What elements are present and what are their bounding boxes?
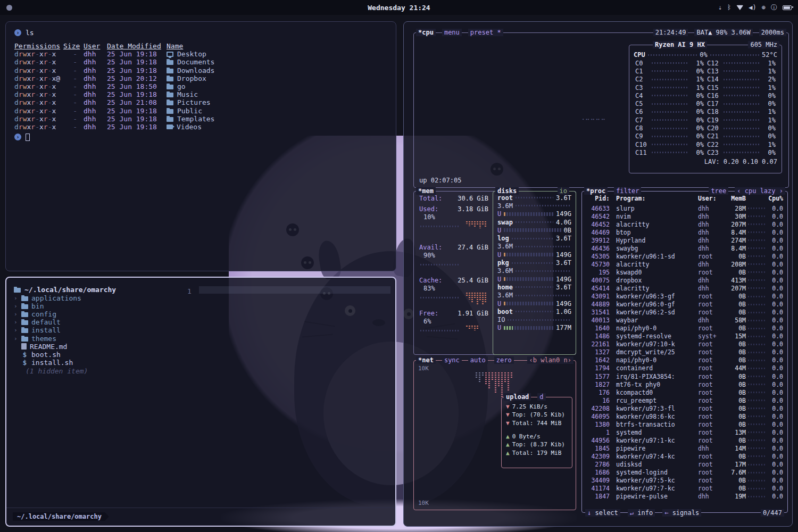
process-row[interactable]: 46542nvimdhh30M0.0 <box>586 212 783 220</box>
process-row[interactable]: 45414alacrittydhh207M0.0 <box>586 284 783 292</box>
info-icon[interactable]: ⓘ <box>771 3 777 12</box>
info-hint[interactable]: ↵ info <box>628 509 655 517</box>
process-row[interactable]: 1577irq/81-PIXA3854:root0B0.0 <box>586 372 783 380</box>
btop-window[interactable]: *cpu menu preset * 21:24:49 BAT▲ 98% 3.0… <box>403 21 793 527</box>
column-cpu[interactable]: Cpu% <box>767 195 783 202</box>
process-row[interactable]: 1827mt76-tx phy0root0B0.0 <box>586 380 783 388</box>
process-row[interactable]: 1847pipewire-pulsedhh19M0.0 <box>586 493 783 501</box>
process-box-title[interactable]: *proc <box>584 187 608 195</box>
process-row[interactable]: 46436swaybgdhh8.4M0.0 <box>586 244 783 252</box>
preset-button[interactable]: preset * <box>468 29 503 36</box>
volume-icon[interactable]: ◀) <box>749 4 756 11</box>
ls-row: drwxr-xr-x-dhh25 Jun 19:18Downloads <box>14 66 388 74</box>
tree-item[interactable]: ›install <box>14 326 116 334</box>
process-row[interactable]: 1642napi/phy0-0root0B0.0 <box>586 356 783 364</box>
process-row[interactable]: 1systemdroot13M0.0 <box>586 428 783 436</box>
process-row[interactable]: 1380btrfs-transactioroot0B0.0 <box>586 420 783 428</box>
menu-button[interactable]: menu <box>442 29 462 36</box>
script-icon: $ <box>21 359 28 367</box>
process-row[interactable]: 46095kworker/u98:6-kcroot0B0.0 <box>586 412 783 420</box>
signals-hint[interactable]: ← signals <box>662 509 701 517</box>
process-row[interactable]: 46469btopdhh8.4M0.0 <box>586 228 783 236</box>
process-row[interactable]: 45305kworker/u96:1-sdroot0B0.0 <box>586 252 783 260</box>
column-mem[interactable]: MemB <box>725 195 746 202</box>
process-row[interactable]: 34409kworker/u97:5-kcroot0B0.0 <box>586 477 783 485</box>
cpu-box-title[interactable]: *cpu <box>416 29 436 36</box>
file-manager-window[interactable]: ~/.local/share/omarchy ›applications›bin… <box>5 277 396 527</box>
hidden-items-note: (1 hidden item) <box>14 367 116 375</box>
process-row[interactable]: 195kswapd0root0B0.0 <box>586 268 783 276</box>
process-row[interactable]: 46633slurpdhh28M0.0 <box>586 204 783 212</box>
tree-item[interactable]: ›config <box>14 310 116 318</box>
chevron-right-icon[interactable]: › <box>776 187 783 195</box>
network-icon[interactable]: ⊕ <box>762 4 766 11</box>
filter-button[interactable]: filter <box>614 187 641 195</box>
tree-item[interactable]: $boot.sh <box>14 351 116 359</box>
sort-mode-switch[interactable]: ‹ cpu lazy › <box>735 187 785 195</box>
process-row[interactable]: 22161kworker/u97:10-kroot0B0.0 <box>586 340 783 348</box>
update-interval[interactable]: 2000ms <box>759 29 786 36</box>
process-row[interactable]: 46452alacrittydhh207M0.0 <box>586 220 783 228</box>
disk-usage-bar <box>504 326 553 330</box>
process-row[interactable]: 1686systemd-logindroot7.6M0.0 <box>586 469 783 477</box>
cpu-model-label: Ryzen AI 9 HX <box>653 41 707 48</box>
process-row[interactable]: 1845pipewiredhh14M0.0 <box>586 444 783 452</box>
powerline-arrow-icon <box>105 512 109 521</box>
bluetooth-icon[interactable]: ᛒ <box>727 4 731 11</box>
download-arrow-icon: ▼ <box>506 403 510 410</box>
tree-item[interactable]: ›applications <box>14 294 116 302</box>
terminal-window[interactable]: › ls Permissions Size User Date Modified… <box>5 21 396 271</box>
process-row[interactable]: 41174kworker/u97:7-kcroot0B0.0 <box>586 485 783 493</box>
workspace-indicator-icon[interactable] <box>6 5 12 11</box>
process-row[interactable]: 43091kworker/u96:3-gfroot0B0.0 <box>586 293 783 301</box>
net-sync-toggle[interactable]: sync <box>442 356 462 364</box>
tree-item[interactable]: ›default <box>14 318 116 326</box>
wifi-icon[interactable] <box>736 5 743 10</box>
enter-icon: ↵ <box>630 509 637 517</box>
memory-entry: Used:3.18 GiB10% <box>419 205 488 221</box>
folder-icon <box>167 109 173 114</box>
current-directory[interactable]: ~/.local/share/omarchy <box>14 285 116 294</box>
net-zero-toggle[interactable]: zero <box>494 356 514 364</box>
process-row[interactable]: 40013waybardhh58M0.0 <box>586 317 783 325</box>
process-row[interactable]: 2786udisksdroot17M0.0 <box>586 461 783 469</box>
process-row[interactable]: 42309kworker/u97:4-kcroot0B0.0 <box>586 452 783 460</box>
process-row[interactable]: 40075dropboxdhh413M0.0 <box>586 276 783 284</box>
process-row[interactable]: 31541kworker/u96:2-sdroot0B0.0 <box>586 309 783 317</box>
column-program[interactable]: Program: <box>612 195 696 202</box>
core-row: C90% <box>635 132 704 140</box>
process-row[interactable]: 42208kworker/u97:3-flroot0B0.0 <box>586 404 783 412</box>
disks-panel: disks io root3.6T3.6MU149Gswap4.0GU0Blog… <box>493 191 576 355</box>
process-row[interactable]: 39912Hyprlanddhh274M0.0 <box>586 236 783 244</box>
net-auto-toggle[interactable]: auto <box>468 356 488 364</box>
process-row[interactable]: 1640napi/phy0-0root0B0.0 <box>586 325 783 332</box>
tree-item[interactable]: ›bin <box>14 302 116 310</box>
process-row[interactable]: 1794containerdroot44M0.0 <box>586 364 783 372</box>
process-row[interactable]: 1327dmcrypt_write/25root0B0.0 <box>586 348 783 356</box>
battery-icon[interactable] <box>783 5 792 10</box>
process-row[interactable]: 45730alacrittydhh208M0.0 <box>586 260 783 268</box>
updates-icon[interactable]: ⇣ <box>718 4 722 11</box>
chevron-left-icon[interactable]: ‹ <box>737 187 744 195</box>
select-hint[interactable]: ↓ select <box>585 509 620 517</box>
process-row[interactable]: 1486systemd-resolvesyst+15M0.0 <box>586 332 783 340</box>
folder-icon <box>21 320 28 325</box>
tree-item[interactable]: ›themes <box>14 334 116 342</box>
process-row[interactable]: 176kcompactd0root0B0.0 <box>586 388 783 396</box>
uptime-readout: up 02:07:05 <box>419 177 461 184</box>
tree-item[interactable]: $install.sh <box>14 359 116 367</box>
clock-readout: 21:24:49 <box>653 29 688 36</box>
statusbar-path: ~/.local/share/omarchy <box>17 513 102 520</box>
process-row[interactable]: 44889kworker/u96:0-gfroot0B0.0 <box>586 301 783 309</box>
cpu-graph: ⢀⣀⣀⣀⣀ <box>580 113 606 120</box>
net-interface-switch[interactable]: ‹b wlan0 n› <box>527 356 573 364</box>
process-table: 46633slurpdhh28M0.046542nvimdhh30M0.0464… <box>586 204 783 501</box>
tree-item[interactable]: README.md <box>14 343 116 351</box>
process-row[interactable]: 44956kworker/u97:1-kcroot0B0.0 <box>586 436 783 444</box>
column-user[interactable]: User: <box>698 195 722 202</box>
tree-toggle[interactable]: tree <box>709 187 728 195</box>
network-box-title[interactable]: *net <box>416 356 436 364</box>
process-row[interactable]: 16rcu_preemptroot0B0.0 <box>586 396 783 404</box>
column-pid[interactable]: Pid: <box>586 195 610 202</box>
prompt-line[interactable]: › <box>14 132 388 142</box>
